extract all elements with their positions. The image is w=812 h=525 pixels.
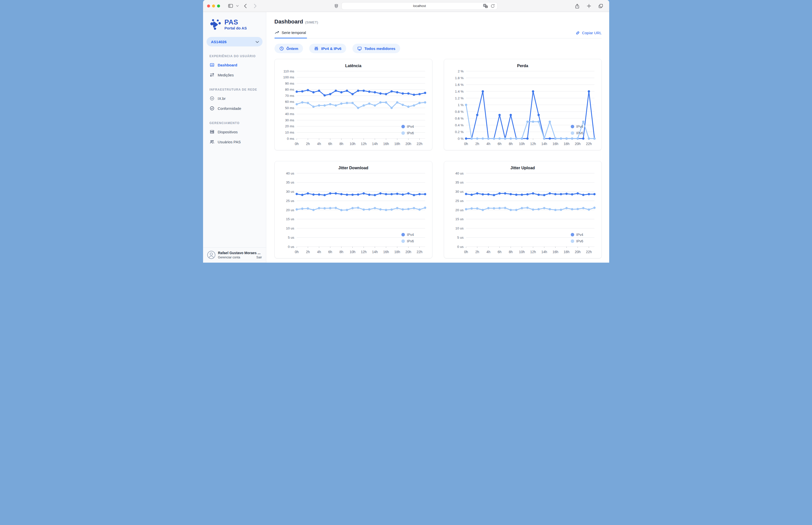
- svg-text:14h: 14h: [372, 142, 378, 146]
- svg-text:40 us: 40 us: [455, 171, 463, 175]
- traffic-lights: [207, 4, 220, 7]
- chart-title: Perda: [447, 64, 599, 68]
- svg-text:12h: 12h: [361, 250, 366, 254]
- sidebar-item-conformidade[interactable]: Conformidade: [207, 103, 263, 113]
- jitter-download-chart[interactable]: 0 us5 us10 us15 us20 us25 us30 us35 us40…: [278, 171, 429, 257]
- forward-button[interactable]: [253, 3, 257, 9]
- svg-text:6h: 6h: [498, 142, 502, 146]
- svg-text:25 us: 25 us: [455, 199, 463, 203]
- reload-button[interactable]: [490, 3, 495, 9]
- users-icon: [209, 139, 215, 144]
- svg-text:30 us: 30 us: [286, 190, 294, 194]
- shield-icon: [334, 3, 338, 9]
- share-button[interactable]: [574, 3, 580, 9]
- svg-text:22h: 22h: [586, 142, 591, 146]
- svg-text:15 us: 15 us: [455, 217, 463, 221]
- avatar-icon: [207, 251, 216, 259]
- sidebar-item-label: Usuários PAS: [218, 140, 241, 144]
- svg-text:18h: 18h: [394, 250, 400, 254]
- chart-title: Jitter Download: [278, 166, 429, 170]
- svg-text:80 ms: 80 ms: [285, 88, 294, 91]
- window-minimize-button[interactable]: [212, 4, 215, 7]
- svg-text:40 ms: 40 ms: [285, 112, 294, 116]
- logo-subtitle: Portal do AS: [224, 26, 247, 30]
- sidebar-item-dispositivos[interactable]: Dispositivos: [207, 127, 263, 137]
- meters-filter-label: Todos medidores: [365, 46, 395, 51]
- jitter-upload-card: Jitter Upload 0 us5 us10 us15 us20 us25 …: [444, 161, 602, 258]
- logo-title: PAS: [224, 19, 247, 26]
- svg-text:2 %: 2 %: [458, 70, 463, 73]
- new-tab-button[interactable]: [586, 3, 592, 9]
- chevron-left-icon: [244, 4, 247, 8]
- browser-toolbar: localhost A x: [203, 0, 609, 12]
- meters-filter-chip[interactable]: Todos medidores: [352, 44, 400, 53]
- sidebar-item-label: Conformidade: [218, 106, 241, 110]
- svg-text:IPv4: IPv4: [576, 124, 583, 129]
- window-zoom-button[interactable]: [217, 4, 220, 7]
- back-button[interactable]: [243, 3, 247, 9]
- tab-serie-temporal[interactable]: Serie temporal: [275, 30, 307, 38]
- sidebar-menu-chevron-button[interactable]: [236, 4, 239, 7]
- reload-icon: [490, 4, 495, 8]
- svg-text:16h: 16h: [383, 142, 389, 146]
- svg-text:22h: 22h: [416, 250, 422, 254]
- svg-text:12h: 12h: [361, 142, 366, 146]
- svg-text:IPv6: IPv6: [576, 239, 583, 243]
- svg-text:IPv4: IPv4: [407, 124, 414, 129]
- link-icon: [575, 31, 580, 35]
- jitter-upload-chart[interactable]: 0 us5 us10 us15 us20 us25 us30 us35 us40…: [447, 171, 599, 257]
- perda-chart[interactable]: 0 %0.2 %0.4 %0.6 %0.8 %1 %1.2 %1.4 %1.6 …: [447, 69, 599, 149]
- sidebar-item-medicoes[interactable]: Medições: [207, 70, 263, 80]
- svg-text:0h: 0h: [464, 250, 468, 254]
- svg-text:18h: 18h: [394, 142, 400, 146]
- svg-text:35 us: 35 us: [455, 180, 463, 184]
- window-close-button[interactable]: [207, 4, 210, 7]
- period-filter-chip[interactable]: Ôntem: [275, 44, 303, 53]
- address-bar[interactable]: localhost A x: [341, 2, 498, 10]
- svg-text:4h: 4h: [486, 142, 490, 146]
- page-title: Dashboard: [275, 18, 303, 25]
- protocol-filter-chip[interactable]: IPv4 & IPv6: [309, 44, 346, 53]
- latencia-chart[interactable]: 0 ms10 ms20 ms30 ms40 ms50 ms60 ms70 ms8…: [278, 69, 429, 149]
- svg-text:20h: 20h: [405, 142, 411, 146]
- svg-text:6h: 6h: [498, 250, 502, 254]
- as-selector[interactable]: AS14026: [207, 37, 263, 46]
- copy-url-button[interactable]: Copiar URL: [575, 31, 602, 38]
- svg-text:22h: 22h: [416, 142, 422, 146]
- svg-text:0h: 0h: [295, 142, 299, 146]
- tab-bar: Serie temporal Copiar URL: [275, 30, 602, 39]
- sidebar-item-dashboard[interactable]: Dashboard: [207, 60, 263, 70]
- privacy-report-button[interactable]: [334, 3, 339, 9]
- monitor-icon: [357, 46, 362, 51]
- svg-text:0.8 %: 0.8 %: [455, 110, 463, 114]
- svg-text:10h: 10h: [519, 250, 525, 254]
- svg-text:1.4 %: 1.4 %: [455, 90, 463, 93]
- latency-card: Latência 0 ms10 ms20 ms30 ms40 ms50 ms60…: [275, 59, 432, 150]
- sidebar-item-label: Medições: [218, 73, 234, 77]
- sidebar-item-usuarios-pas[interactable]: Usuários PAS: [207, 137, 263, 147]
- svg-text:1.6 %: 1.6 %: [455, 83, 463, 87]
- svg-text:8h: 8h: [339, 142, 343, 146]
- svg-text:0h: 0h: [464, 142, 468, 146]
- svg-text:0 ms: 0 ms: [287, 137, 294, 140]
- pas-logo-icon: [210, 18, 222, 30]
- svg-text:2h: 2h: [475, 142, 479, 146]
- svg-text:6h: 6h: [328, 142, 332, 146]
- manage-account-link[interactable]: Gerenciar conta: [218, 256, 240, 259]
- logout-link[interactable]: Sair: [256, 256, 262, 259]
- svg-text:8h: 8h: [508, 250, 513, 254]
- svg-text:IPv4: IPv4: [576, 232, 583, 237]
- svg-text:1.8 %: 1.8 %: [455, 76, 463, 80]
- tab-overview-button[interactable]: [598, 3, 604, 9]
- translate-icon: A x: [483, 4, 488, 8]
- sidebar-toggle-button[interactable]: [227, 3, 234, 9]
- svg-text:x: x: [486, 5, 487, 8]
- svg-text:IPv4: IPv4: [407, 232, 414, 237]
- svg-text:22h: 22h: [586, 250, 591, 254]
- svg-text:70 ms: 70 ms: [285, 94, 294, 97]
- svg-text:20 ms: 20 ms: [285, 124, 294, 128]
- translate-button[interactable]: A x: [483, 3, 488, 9]
- svg-text:18h: 18h: [563, 142, 569, 146]
- chart-title: Latência: [278, 64, 429, 68]
- sidebar-item-ixbr[interactable]: IX.br: [207, 93, 263, 103]
